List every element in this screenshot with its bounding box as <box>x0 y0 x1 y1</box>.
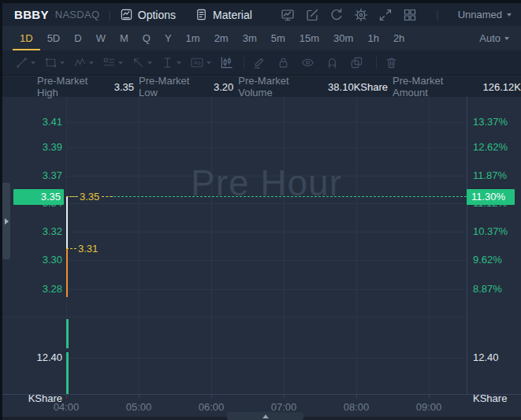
expand-arrows-icon <box>378 8 393 22</box>
toolbar-divider <box>376 57 377 69</box>
arrow-annotation-tool[interactable] <box>132 56 152 69</box>
percent-axis-tick-label: 12.62% <box>473 141 519 154</box>
free-draw-tool[interactable] <box>252 56 266 69</box>
delete-drawings-tool[interactable] <box>385 56 398 69</box>
layout-selector[interactable]: Unnamed <box>458 9 512 20</box>
percent-axis-tick-label: 11.87% <box>473 169 519 182</box>
copy-squares-icon <box>350 56 363 69</box>
text-annotation-tool[interactable]: Aa <box>190 56 211 69</box>
premarket-volume-label: Pre-Market Volume <box>238 75 323 98</box>
auto-label: Auto <box>479 32 501 44</box>
timeframe-d[interactable]: D <box>67 26 88 50</box>
percent-axis-tick-label: 8.87% <box>473 283 519 295</box>
timeframe-w[interactable]: W <box>89 26 113 50</box>
percent-axis-tick-label: 13.37% <box>473 116 519 128</box>
arrow-up-left-icon <box>132 56 145 69</box>
shape-tool[interactable] <box>44 56 65 69</box>
settings-button[interactable] <box>354 8 368 22</box>
price-label-dash <box>66 196 78 197</box>
duplicate-tool[interactable] <box>350 56 363 69</box>
current-price-badge: 3.35 <box>13 189 64 205</box>
time-axis-tick <box>429 394 430 398</box>
premarket-high-label: Pre-Market High <box>37 75 110 98</box>
chart-monitor-icon <box>281 8 295 22</box>
current-percent-badge: 11.30% <box>467 189 515 205</box>
eye-icon <box>301 56 314 69</box>
options-button[interactable]: Options <box>120 8 176 21</box>
divider: | <box>108 9 110 20</box>
chevron-down-icon <box>147 61 152 65</box>
gann-lines-tool[interactable] <box>102 56 123 69</box>
timeframe-30m[interactable]: 30m <box>326 26 360 50</box>
gridline-vertical <box>284 97 285 394</box>
pencil-draw-icon <box>252 56 266 69</box>
timeframe-1d[interactable]: 1D <box>13 26 40 50</box>
premarket-low-value: 3.20 <box>214 81 233 93</box>
time-axis-tick <box>284 394 285 398</box>
gridline-horizontal <box>66 260 467 261</box>
visibility-tool[interactable] <box>301 56 314 69</box>
time-axis-tick <box>356 394 357 398</box>
timeframe-2h[interactable]: 2h <box>386 26 411 50</box>
gridline-vertical <box>139 97 140 394</box>
chart-view-button[interactable] <box>281 8 295 22</box>
timeframe-m[interactable]: M <box>113 26 136 50</box>
chevron-down-icon <box>31 61 35 65</box>
timeframe-1m[interactable]: 1m <box>179 26 207 50</box>
edit-button[interactable] <box>305 8 319 22</box>
chevron-down-icon <box>504 37 509 40</box>
volume-axis-tick-left: 12.40 <box>8 351 62 364</box>
material-button[interactable]: Material <box>195 8 252 21</box>
volume-bar-gap <box>66 348 69 352</box>
premarket-stats-bar: Pre-Market High 3.35 Pre-Market Low 3.20… <box>2 76 521 97</box>
price-label-dash <box>102 196 113 197</box>
trend-line-tool[interactable] <box>15 56 35 69</box>
layout-grid-button[interactable] <box>403 8 417 22</box>
magnet-snap-tool[interactable] <box>326 56 339 69</box>
chevron-down-icon <box>118 61 123 65</box>
svg-text:Aa: Aa <box>193 59 201 66</box>
volume-bar <box>66 319 69 394</box>
price-axis-tick-label: 3.30 <box>16 254 62 266</box>
gridline-horizontal <box>66 122 467 123</box>
chevron-down-icon <box>60 61 65 65</box>
chart-type-tool[interactable] <box>220 56 233 69</box>
timeframe-5m[interactable]: 5m <box>264 26 292 50</box>
timeframe-2m[interactable]: 2m <box>207 26 236 50</box>
lock-drawings-tool[interactable] <box>277 56 290 69</box>
time-axis-label: 04:00 <box>49 401 84 413</box>
volume-axis-tick-right: 12.40 <box>473 351 519 364</box>
gear-icon <box>354 8 368 22</box>
edit-pencil-icon <box>305 8 319 22</box>
chevron-down-icon <box>177 61 181 65</box>
timeframe-5d[interactable]: 5D <box>40 26 68 50</box>
timeframe-q[interactable]: Q <box>136 26 158 50</box>
timeframe-3m[interactable]: 3m <box>236 26 264 50</box>
percent-axis-tick-label: 10.37% <box>473 225 519 238</box>
timeframe-15m[interactable]: 15m <box>292 26 326 50</box>
gridline-horizontal <box>66 147 467 148</box>
window-edge <box>0 0 2 420</box>
i-beam-icon <box>161 56 174 69</box>
right-axis-border <box>467 97 467 394</box>
refresh-button[interactable] <box>329 8 344 22</box>
symbol-exchange: NASDAQ <box>55 9 100 20</box>
top-bar-actions: | Unnamed <box>281 8 512 22</box>
price-axis-tick-label: 3.37 <box>16 169 62 182</box>
price-axis-tick-label: 3.39 <box>16 141 62 154</box>
measure-tool[interactable] <box>161 56 181 69</box>
premarket-low-label: Pre-Market Low <box>139 75 209 98</box>
gridline-vertical <box>429 97 430 394</box>
bottom-panel-expand-handle[interactable] <box>227 412 303 420</box>
trash-icon <box>385 56 398 69</box>
timeframe-y[interactable]: Y <box>158 26 179 50</box>
gridline-horizontal <box>66 232 467 232</box>
left-panel-expand-handle[interactable] <box>2 183 10 259</box>
timeframe-1h[interactable]: 1h <box>360 26 385 50</box>
refresh-icon <box>329 8 344 22</box>
session-watermark: Pre Hour <box>66 162 467 204</box>
wave-pattern-tool[interactable] <box>73 56 94 69</box>
open-price-line-label: 3.31 <box>76 243 99 255</box>
auto-interval-selector[interactable]: Auto <box>474 26 521 50</box>
fullscreen-button[interactable] <box>378 8 393 22</box>
